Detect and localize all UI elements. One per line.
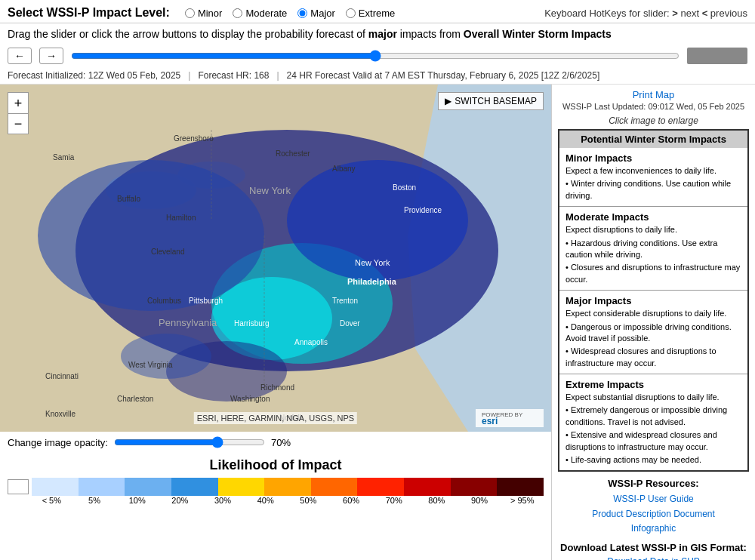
legend-label: 50%: [287, 496, 330, 505]
nav-row: ← →: [0, 45, 755, 67]
legend-bar: [32, 478, 544, 496]
radio-minor-input[interactable]: [185, 8, 195, 18]
impact-section-0: Minor ImpactsExpect a few inconveniences…: [559, 148, 747, 206]
radio-extreme[interactable]: Extreme: [346, 8, 395, 19]
impact-section-1: Moderate ImpactsExpect disruptions to da…: [559, 206, 747, 290]
svg-text:Cincinnati: Cincinnati: [45, 372, 79, 380]
impact-level-2: Major Impacts: [565, 295, 741, 306]
impact-bullet: • Dangerous or impossible driving condit…: [565, 322, 741, 345]
slider-display: [687, 48, 747, 64]
hotkeys-next-symbol: >: [672, 8, 680, 19]
impact-level-1: Moderate Impacts: [565, 211, 741, 223]
legend-label: 80%: [415, 496, 458, 505]
zoom-in-button[interactable]: +: [8, 92, 29, 113]
svg-text:Pittsburgh: Pittsburgh: [189, 297, 223, 305]
impact-bullet: • Hazardous driving conditions. Use extr…: [565, 238, 741, 261]
svg-text:New York: New York: [249, 185, 291, 196]
svg-text:Albany: Albany: [332, 165, 356, 173]
impact-bullet: • Extensive and widespread closures and …: [565, 429, 741, 453]
impacts-box: Potential Winter Storm Impacts Minor Imp…: [558, 129, 749, 472]
map-svg: Albany Rochester Boston Providence Buffa…: [0, 85, 551, 432]
impact-level-3: Extreme Impacts: [565, 379, 741, 390]
main-content: Albany Rochester Boston Providence Buffa…: [0, 85, 755, 560]
impact-bullet: • Closures and disruptions to infrastruc…: [565, 262, 741, 285]
legend-bar-row: [8, 478, 544, 496]
opacity-label: Change image opacity:: [8, 437, 108, 448]
svg-text:Richmond: Richmond: [260, 383, 294, 392]
radio-extreme-label: Extreme: [359, 8, 395, 19]
opacity-row: Change image opacity: 70%: [0, 432, 551, 453]
legend-label: 10%: [116, 496, 159, 505]
impact-desc-3: Expect substantial disruptions to daily …: [565, 392, 741, 466]
forecast-info: Forecast Initialized: 12Z Wed 05 Feb, 20…: [0, 67, 755, 85]
impact-level-0: Minor Impacts: [565, 152, 741, 164]
legend-swatch-none: [8, 479, 29, 494]
click-enlarge: Click image to enlarge: [558, 115, 749, 126]
radio-major-input[interactable]: [297, 8, 307, 18]
download-section: Download Latest WSSI-P in GIS Format: Do…: [558, 542, 749, 560]
switch-basemap-button[interactable]: ▶ SWITCH BASEMAP: [438, 92, 544, 110]
legend-label: 40%: [244, 496, 287, 505]
svg-text:Washington: Washington: [230, 395, 270, 403]
radio-major[interactable]: Major: [297, 8, 335, 19]
legend-label: 60%: [330, 496, 373, 505]
zoom-out-button[interactable]: −: [8, 113, 29, 134]
hotkeys-prev-label: previous: [710, 8, 747, 19]
impact-desc-0: Expect a few inconveniences to daily lif…: [565, 165, 741, 202]
opacity-slider[interactable]: [114, 436, 265, 448]
legend-label: < 5%: [30, 496, 73, 505]
svg-text:Greensboro: Greensboro: [174, 134, 214, 143]
resources-title: WSSI-P Resources:: [558, 478, 749, 489]
legend-label: 5%: [73, 496, 116, 505]
svg-text:Pennsylvania: Pennsylvania: [159, 317, 217, 328]
hotkeys-prev-symbol: <: [702, 8, 710, 19]
resources-section: WSSI-P Resources: WSSI-P User GuideProdu…: [558, 478, 749, 536]
resources-links: WSSI-P User GuideProduct Description Doc…: [558, 492, 749, 536]
print-map-link[interactable]: Print Map: [633, 89, 675, 100]
svg-text:Knoxville: Knoxville: [45, 410, 76, 418]
download-title: Download Latest WSSI-P in GIS Format:: [558, 542, 749, 553]
opacity-value: 70%: [271, 437, 291, 448]
select-label: Select WSSI-P Impact Level:: [8, 6, 170, 20]
instructions-text-before: Drag the slider or click the arrow butto…: [8, 28, 365, 40]
prev-button[interactable]: ←: [8, 48, 32, 64]
print-map-container: Print Map: [558, 89, 749, 100]
legend-label: > 95%: [501, 496, 544, 505]
legend-label: 90%: [458, 496, 501, 505]
forecast-hr: Forecast HR: 168: [198, 70, 269, 81]
legend-title: Likelihood of Impact: [8, 457, 544, 473]
resource-link-1[interactable]: Product Description Document: [558, 507, 749, 522]
instructions-text-after: impacts from: [400, 28, 461, 40]
radio-moderate-input[interactable]: [233, 8, 242, 18]
radio-major-label: Major: [310, 8, 335, 19]
hotkeys-info: Keyboard HotKeys for slider: > next < pr…: [544, 8, 747, 19]
svg-text:Harrisburg: Harrisburg: [234, 319, 270, 328]
radio-extreme-input[interactable]: [346, 8, 356, 18]
switch-basemap-label: SWITCH BASEMAP: [455, 96, 537, 106]
radio-minor[interactable]: Minor: [185, 8, 223, 19]
impact-bullet: • Extremely dangerous or impossible driv…: [565, 405, 741, 428]
resource-link-2[interactable]: Infographic: [558, 522, 749, 536]
svg-text:Philadelphia: Philadelphia: [347, 277, 397, 286]
legend-labels: < 5%5%10%20%30%40%50%60%70%80%90%> 95%: [30, 496, 544, 505]
map-container[interactable]: Albany Rochester Boston Providence Buffa…: [0, 85, 551, 432]
map-area: Albany Rochester Boston Providence Buffa…: [0, 85, 551, 560]
svg-text:Annapolis: Annapolis: [294, 338, 328, 346]
probability-slider[interactable]: [71, 49, 680, 63]
legend-label: 30%: [202, 496, 245, 505]
download-link[interactable]: Download Data in SHP: [607, 556, 700, 560]
next-button[interactable]: →: [39, 48, 63, 64]
radio-minor-label: Minor: [198, 8, 223, 19]
impacts-title: Potential Winter Storm Impacts: [559, 131, 747, 148]
hotkeys-next-label: next: [680, 8, 699, 19]
svg-text:Rochester: Rochester: [276, 149, 310, 158]
radio-moderate[interactable]: Moderate: [233, 8, 287, 19]
legend: Likelihood of Impact < 5%5%10%20%30%40%5…: [0, 453, 551, 509]
resource-link-0[interactable]: WSSI-P User Guide: [558, 492, 749, 506]
svg-text:Dover: Dover: [340, 319, 360, 328]
legend-label: 70%: [372, 496, 415, 505]
map-zoom-controls: + −: [8, 92, 29, 134]
svg-text:Providence: Providence: [404, 206, 442, 214]
wssi-updated: WSSI-P Last Updated: 09:01Z Wed, 05 Feb …: [558, 102, 749, 111]
impact-section-3: Extreme ImpactsExpect substantial disrup…: [559, 374, 747, 470]
